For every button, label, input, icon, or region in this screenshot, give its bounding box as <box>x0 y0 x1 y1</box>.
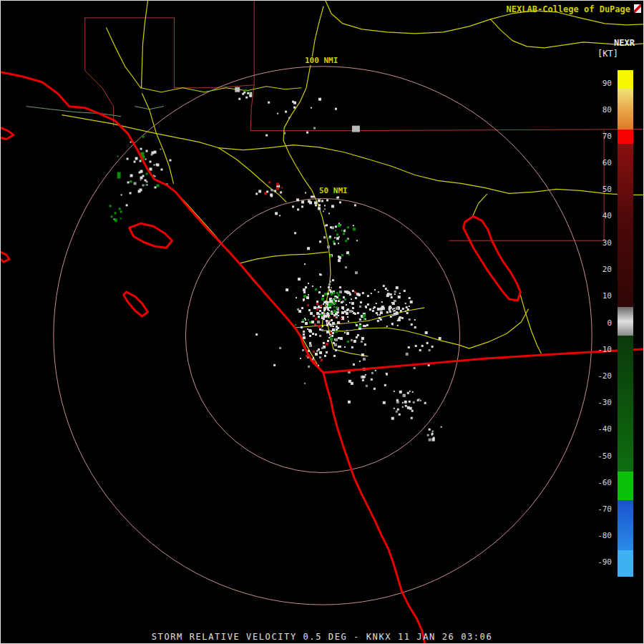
echo-pixel <box>114 212 117 214</box>
echo-pixel <box>354 291 356 293</box>
echo-pixel <box>411 323 413 326</box>
borders-line <box>174 85 254 88</box>
echo-pixel <box>326 224 328 226</box>
echo-pixel <box>338 224 341 227</box>
echo-pixel <box>426 342 429 344</box>
echo-pixel <box>407 308 409 311</box>
echo-pixel <box>276 182 279 185</box>
echo-pixel <box>406 353 409 356</box>
echo-pixel <box>266 190 268 192</box>
echo-pixel <box>337 196 339 198</box>
echo-pixel <box>365 318 366 320</box>
cod-logo-mark <box>634 4 641 13</box>
echo-pixel <box>134 182 137 185</box>
echo-pixel <box>140 148 142 150</box>
echo-pixel <box>348 321 349 322</box>
echo-pixel <box>358 325 361 328</box>
echo-pixel <box>126 204 128 206</box>
echo-pixel <box>359 318 361 321</box>
echo-pixel <box>427 434 429 436</box>
colorbar-tick-label: -30 <box>585 398 612 407</box>
echo-block <box>352 126 360 132</box>
echo-pixel <box>318 325 321 328</box>
echo-pixel <box>387 290 389 291</box>
echo-pixel <box>357 312 359 314</box>
echo-pixel <box>323 307 326 310</box>
echo-pixel <box>355 323 356 324</box>
echo-pixel <box>338 223 340 224</box>
colorbar-segment <box>618 130 633 144</box>
echo-pixel <box>321 298 324 301</box>
echo-pixel <box>332 279 334 281</box>
echo-pixel <box>326 343 328 346</box>
echo-pixel <box>274 190 276 192</box>
echo-pixel <box>394 408 395 409</box>
echo-pixel <box>394 291 396 293</box>
echo-pixel <box>285 111 287 113</box>
echo-pixel <box>329 323 331 326</box>
echo-pixel <box>330 226 332 228</box>
echo-pixel <box>314 323 316 326</box>
echo-pixel <box>391 417 394 420</box>
echo-pixel <box>396 399 399 401</box>
echo-pixel <box>302 319 304 321</box>
echo-pixel <box>157 184 160 187</box>
echo-pixel <box>307 304 309 306</box>
echo-pixel <box>305 192 306 193</box>
echo-pixel <box>319 335 321 337</box>
echo-pixel <box>308 329 311 332</box>
echo-pixel <box>332 332 334 334</box>
range-ring-label: 50 NMI <box>318 187 348 195</box>
radar-svg <box>1 1 643 643</box>
echo-pixel <box>363 358 366 361</box>
echo-pixel <box>327 304 328 306</box>
echo-pixel <box>298 278 301 280</box>
radar-frame: NEXLAB-College of DuPage NEXR [KT] STORM… <box>0 0 644 644</box>
echo-pixel <box>319 313 321 315</box>
echo-pixel <box>146 172 148 175</box>
echo-pixel <box>275 212 278 215</box>
echo-pixel <box>295 324 296 326</box>
echo-pixel <box>410 301 413 303</box>
echo-pixel <box>333 314 336 316</box>
echo-pixel <box>394 310 396 311</box>
roads-line <box>323 328 469 348</box>
range-ring <box>185 198 459 472</box>
echo-pixel <box>319 356 321 358</box>
echo-pixel <box>369 308 371 311</box>
roads-line <box>519 293 541 353</box>
echo-pixel <box>339 286 341 288</box>
colorbar-segment <box>618 144 633 307</box>
echo-pixel <box>150 161 152 163</box>
echo-pixel <box>383 285 385 287</box>
echo-pixel <box>376 312 378 314</box>
echo-pixel <box>245 89 247 92</box>
echo-pixel <box>406 306 408 308</box>
echo-pixel <box>364 343 366 346</box>
echo-pixel <box>321 316 323 318</box>
echo-pixel <box>412 391 414 393</box>
colorbar-tick-label: 60 <box>585 158 612 167</box>
echo-pixel <box>301 321 303 323</box>
echo-pixel <box>324 355 326 357</box>
echo-pixel <box>333 240 335 243</box>
echo-pixel <box>341 254 343 256</box>
echo-pixel <box>344 346 346 348</box>
echo-pixel <box>326 351 328 353</box>
echo-pixel <box>142 136 145 138</box>
echo-pixel <box>399 293 401 294</box>
echo-pixel <box>382 307 384 308</box>
echo-pixel <box>328 337 330 338</box>
echo-pixel <box>280 191 282 193</box>
echo-pixel <box>371 372 374 374</box>
echo-pixel <box>346 291 348 293</box>
echo-pixel <box>372 310 374 312</box>
echo-pixel <box>331 335 333 337</box>
echo-pixel <box>332 328 335 331</box>
echo-pixel <box>354 313 356 315</box>
echo-pixel <box>392 302 395 305</box>
echo-pixel <box>323 313 326 315</box>
colorbar-tick-label: 70 <box>585 132 612 141</box>
echo-pixel <box>336 233 338 235</box>
echo-pixel <box>332 322 335 325</box>
